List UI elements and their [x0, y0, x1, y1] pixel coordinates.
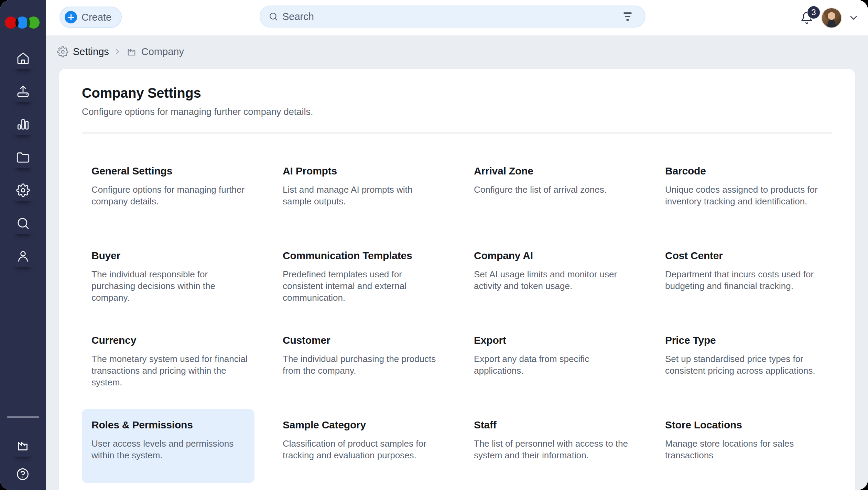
settings-card-description: Set up standardised price types for cons…	[665, 353, 825, 376]
settings-card[interactable]: AI Prompts List and manage AI prompts wi…	[273, 155, 446, 229]
home-icon	[16, 51, 30, 65]
settings-card[interactable]: Export Export any data from specific app…	[464, 324, 637, 398]
search-input[interactable]	[282, 11, 623, 23]
app-logo	[0, 17, 46, 29]
notifications-button[interactable]: 3	[799, 10, 815, 26]
settings-card-title: Price Type	[665, 334, 825, 346]
settings-card-title: Sample Category	[283, 419, 443, 431]
settings-card-description: Configure the list of arrival zones.	[474, 184, 634, 195]
settings-card[interactable]: General Settings Configure options for m…	[82, 155, 254, 229]
settings-card-description: The monetary system used for financial t…	[91, 353, 252, 388]
sidebar-item-upload[interactable]	[12, 80, 34, 102]
settings-grid: General Settings Configure options for m…	[82, 155, 832, 483]
create-button-label: Create	[82, 12, 111, 23]
search-icon	[269, 12, 278, 21]
factory-icon	[16, 439, 30, 452]
sidebar-item-analytics[interactable]	[12, 113, 34, 135]
page-title: Company Settings	[82, 69, 832, 101]
breadcrumb-company: Company	[141, 46, 184, 57]
sidebar-item-search[interactable]	[12, 212, 34, 234]
settings-card-title: Cost Center	[665, 250, 825, 262]
settings-card-description: Unique codes assigned to products for in…	[665, 184, 825, 207]
settings-card-description: User access levels and permissions withi…	[91, 438, 252, 461]
settings-card[interactable]: Roles & Permissions User access levels a…	[82, 409, 254, 483]
create-button[interactable]: Create	[59, 7, 122, 28]
settings-card[interactable]: Company AI Set AI usage limits and monit…	[464, 239, 637, 314]
settings-card-title: Company AI	[474, 250, 634, 262]
settings-card-description: Classification of product samples for tr…	[283, 438, 443, 461]
settings-card-description: List and manage AI prompts with sample o…	[283, 184, 443, 207]
app-window: Create 3 Settings Company Company Settin…	[0, 0, 868, 490]
settings-card[interactable]: Store Locations Manage store locations f…	[655, 409, 828, 483]
avatar[interactable]	[821, 8, 842, 28]
settings-card-description: Department that incurs costs used for bu…	[665, 268, 825, 292]
bar-chart-icon	[16, 117, 30, 131]
chevron-down-icon[interactable]	[848, 12, 859, 23]
breadcrumb-settings[interactable]: Settings	[73, 46, 109, 57]
sidebar-nav	[0, 47, 46, 267]
settings-card[interactable]: Staff The list of personnel with access …	[464, 409, 637, 483]
settings-card-title: Communication Templates	[283, 250, 443, 262]
content-card: Company Settings Configure options for m…	[59, 69, 855, 490]
notification-badge: 3	[807, 6, 821, 19]
page-subtitle: Configure options for managing further c…	[82, 107, 832, 117]
sidebar-item-help[interactable]	[12, 463, 34, 485]
header-divider	[82, 132, 832, 134]
settings-card[interactable]: Cost Center Department that incurs costs…	[655, 239, 828, 314]
sidebar-item-files[interactable]	[12, 146, 34, 168]
settings-card-title: Customer	[283, 334, 443, 346]
sidebar-item-users[interactable]	[12, 245, 34, 267]
upload-icon	[16, 84, 30, 98]
settings-card-description: The individual responsible for purchasin…	[91, 268, 252, 303]
settings-card[interactable]: Barcode Unique codes assigned to product…	[655, 155, 828, 229]
settings-card-title: Staff	[474, 419, 634, 431]
settings-card-title: Export	[474, 334, 634, 346]
settings-card-description: The individual purchasing the products f…	[283, 353, 443, 376]
filter-icon[interactable]	[623, 12, 632, 21]
sidebar-divider	[7, 416, 39, 418]
gear-icon	[16, 183, 30, 197]
user-icon	[16, 249, 30, 263]
chevron-right-icon	[113, 47, 122, 56]
breadcrumb: Settings Company	[57, 35, 184, 68]
settings-card-description: Manage store locations for sales transac…	[665, 438, 825, 461]
settings-card[interactable]: Price Type Set up standardised price typ…	[655, 324, 828, 398]
settings-card[interactable]: Communication Templates Predefined templ…	[273, 239, 446, 314]
settings-card-title: Arrival Zone	[474, 165, 634, 177]
settings-card[interactable]: Customer The individual purchasing the p…	[273, 324, 446, 398]
settings-card-title: AI Prompts	[283, 165, 443, 177]
settings-card-description: Export any data from specific applicatio…	[474, 353, 634, 376]
factory-icon	[126, 46, 137, 57]
settings-card[interactable]: Arrival Zone Configure the list of arriv…	[464, 155, 637, 229]
settings-card-title: Barcode	[665, 165, 825, 177]
settings-card[interactable]: Sample Category Classification of produc…	[273, 409, 446, 483]
search-bar	[260, 6, 645, 28]
settings-card-description: The list of personnel with access to the…	[474, 438, 634, 461]
sidebar-item-settings[interactable]	[12, 179, 34, 201]
topbar: Create 3	[46, 0, 868, 35]
sidebar-item-home[interactable]	[12, 47, 34, 69]
settings-card-description: Set AI usage limits and monitor user act…	[474, 268, 634, 292]
settings-card[interactable]: Currency The monetary system used for fi…	[82, 324, 254, 398]
plus-icon	[65, 11, 77, 23]
settings-card-title: General Settings	[91, 165, 252, 177]
settings-card-title: Buyer	[91, 250, 252, 262]
settings-card-title: Store Locations	[665, 419, 825, 431]
settings-card-description: Predefined templates used for consistent…	[283, 268, 443, 303]
gear-icon	[57, 46, 68, 57]
topbar-right: 3	[799, 0, 859, 35]
settings-card-title: Roles & Permissions	[91, 419, 252, 431]
logo-red-circle	[5, 17, 17, 29]
sidebar	[0, 0, 46, 490]
sidebar-item-company[interactable]	[12, 435, 34, 457]
help-icon	[16, 467, 30, 481]
settings-card-description: Configure options for managing further c…	[91, 184, 252, 207]
settings-card-title: Currency	[91, 334, 252, 346]
folder-icon	[16, 150, 30, 164]
search-icon	[16, 216, 30, 230]
settings-card[interactable]: Buyer The individual responsible for pur…	[82, 239, 254, 314]
